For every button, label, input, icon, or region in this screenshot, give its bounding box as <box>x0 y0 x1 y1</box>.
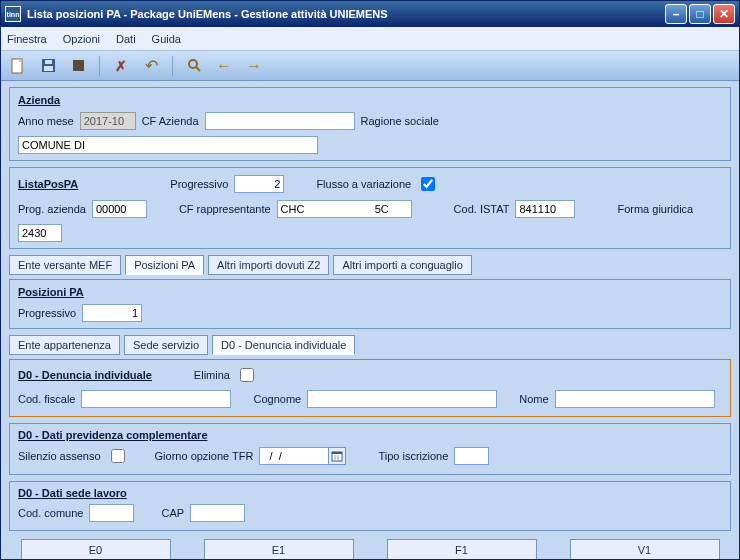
cod-comune-field[interactable] <box>89 504 134 522</box>
listapospa-title: ListaPosPA <box>18 178 78 190</box>
toolbar-sep-1 <box>99 56 100 76</box>
svg-rect-8 <box>332 452 342 454</box>
nome-field[interactable] <box>555 390 715 408</box>
tab-d0-denuncia[interactable]: D0 - Denuncia individuale <box>212 335 355 355</box>
toolbar: ✗ ↶ ← → <box>1 51 739 81</box>
cap-field[interactable] <box>190 504 245 522</box>
silenzio-checkbox[interactable] <box>111 449 125 463</box>
d0-prev-title: D0 - Dati previdenza complementare <box>18 429 208 441</box>
search-icon[interactable] <box>183 55 205 77</box>
tipo-iscr-field[interactable] <box>454 447 489 465</box>
section-d0-denuncia: D0 - Denuncia individuale Elimina Cod. f… <box>9 359 731 417</box>
lpp-progressivo-label: Progressivo <box>170 178 228 190</box>
forma-giur-label: Forma giuridica <box>617 203 693 215</box>
ragione-sociale-field[interactable] <box>18 136 318 154</box>
titlebar: tinn Lista posizioni PA - Package UniEMe… <box>1 1 739 27</box>
posizionipa-title: Posizioni PA <box>18 286 84 298</box>
toolbar-sep-2 <box>172 56 173 76</box>
menubar: Finestra Opzioni Dati Guida <box>1 27 739 51</box>
section-d0-sede: D0 - Dati sede lavoro Cod. comune CAP <box>9 481 731 531</box>
delete-icon[interactable]: ✗ <box>110 55 132 77</box>
giorno-label: Giorno opzione TFR <box>155 450 254 462</box>
tab-posizioni-pa[interactable]: Posizioni PA <box>125 255 204 275</box>
tabs-main: Ente versante MEF Posizioni PA Altri imp… <box>9 255 731 275</box>
cap-label: CAP <box>161 507 184 519</box>
svg-line-6 <box>196 67 200 71</box>
calendar-icon[interactable] <box>328 447 346 465</box>
cod-fiscale-field[interactable] <box>81 390 231 408</box>
menu-dati[interactable]: Dati <box>116 33 136 45</box>
flusso-label: Flusso a variazione <box>316 178 411 190</box>
new-icon[interactable] <box>7 55 29 77</box>
maximize-button[interactable]: □ <box>689 4 711 24</box>
pp-progressivo-label: Progressivo <box>18 307 76 319</box>
cognome-field[interactable] <box>307 390 497 408</box>
elimina-checkbox[interactable] <box>240 368 254 382</box>
content-area: Azienda Anno mese CF Azienda Ragione soc… <box>1 81 739 559</box>
nome-label: Nome <box>519 393 548 405</box>
menu-finestra[interactable]: Finestra <box>7 33 47 45</box>
tab-altri-conguaglio[interactable]: Altri importi a conguaglio <box>333 255 471 275</box>
cf-rapp-label: CF rappresentante <box>179 203 271 215</box>
prog-azienda-field[interactable] <box>92 200 147 218</box>
prog-azienda-label: Prog. azienda <box>18 203 86 215</box>
undo-icon[interactable]: ↶ <box>140 55 162 77</box>
close-button[interactable]: ✕ <box>713 4 735 24</box>
cf-rapp-field[interactable] <box>277 200 412 218</box>
cod-istat-field[interactable] <box>515 200 575 218</box>
v1-button[interactable]: V1 <box>570 539 720 559</box>
cod-fiscale-label: Cod. fiscale <box>18 393 75 405</box>
flusso-checkbox[interactable] <box>421 177 435 191</box>
tab-altri-z2[interactable]: Altri importi dovuti Z2 <box>208 255 329 275</box>
ragione-sociale-label: Ragione sociale <box>361 115 439 127</box>
bottom-buttons: E0 E1 F1 V1 <box>9 539 731 559</box>
giorno-field[interactable] <box>259 447 329 465</box>
silenzio-label: Silenzio assenso <box>18 450 101 462</box>
app-window: tinn Lista posizioni PA - Package UniEMe… <box>0 0 740 560</box>
menu-opzioni[interactable]: Opzioni <box>63 33 100 45</box>
lpp-progressivo-field[interactable] <box>234 175 284 193</box>
next-icon[interactable]: → <box>243 55 265 77</box>
azienda-title: Azienda <box>18 94 60 106</box>
menu-guida[interactable]: Guida <box>152 33 181 45</box>
svg-rect-2 <box>45 60 52 64</box>
e0-button[interactable]: E0 <box>21 539 171 559</box>
forma-giur-field[interactable] <box>18 224 62 242</box>
app-icon: tinn <box>5 6 21 22</box>
d0-denuncia-title: D0 - Denuncia individuale <box>18 369 152 381</box>
minimize-button[interactable]: – <box>665 4 687 24</box>
cf-azienda-label: CF Azienda <box>142 115 199 127</box>
window-buttons: – □ ✕ <box>665 4 735 24</box>
tipo-iscr-label: Tipo iscrizione <box>378 450 448 462</box>
d0-sede-title: D0 - Dati sede lavoro <box>18 487 127 499</box>
pp-progressivo-field[interactable] <box>82 304 142 322</box>
group-azienda: Azienda Anno mese CF Azienda Ragione soc… <box>9 87 731 161</box>
group-listapospa: ListaPosPA Progressivo Flusso a variazio… <box>9 167 731 249</box>
svg-rect-4 <box>73 60 84 71</box>
group-posizioni-pa: Posizioni PA Progressivo <box>9 279 731 329</box>
tab-sede-servizio[interactable]: Sede servizio <box>124 335 208 355</box>
section-d0-previdenza: D0 - Dati previdenza complementare Silen… <box>9 423 731 475</box>
e1-button[interactable]: E1 <box>204 539 354 559</box>
save-icon[interactable] <box>37 55 59 77</box>
cf-azienda-field[interactable] <box>205 112 355 130</box>
anno-mese-label: Anno mese <box>18 115 74 127</box>
anno-mese-field <box>80 112 136 130</box>
prev-icon[interactable]: ← <box>213 55 235 77</box>
svg-point-5 <box>189 60 197 68</box>
f1-button[interactable]: F1 <box>387 539 537 559</box>
elimina-label: Elimina <box>194 369 230 381</box>
window-title: Lista posizioni PA - Package UniEMens - … <box>27 8 665 20</box>
cod-istat-label: Cod. ISTAT <box>454 203 510 215</box>
stop-icon[interactable] <box>67 55 89 77</box>
svg-rect-3 <box>44 66 53 71</box>
tab-ente-versante[interactable]: Ente versante MEF <box>9 255 121 275</box>
cod-comune-label: Cod. comune <box>18 507 83 519</box>
cognome-label: Cognome <box>253 393 301 405</box>
tabs-sub: Ente appartenenza Sede servizio D0 - Den… <box>9 335 731 355</box>
tab-ente-appartenenza[interactable]: Ente appartenenza <box>9 335 120 355</box>
